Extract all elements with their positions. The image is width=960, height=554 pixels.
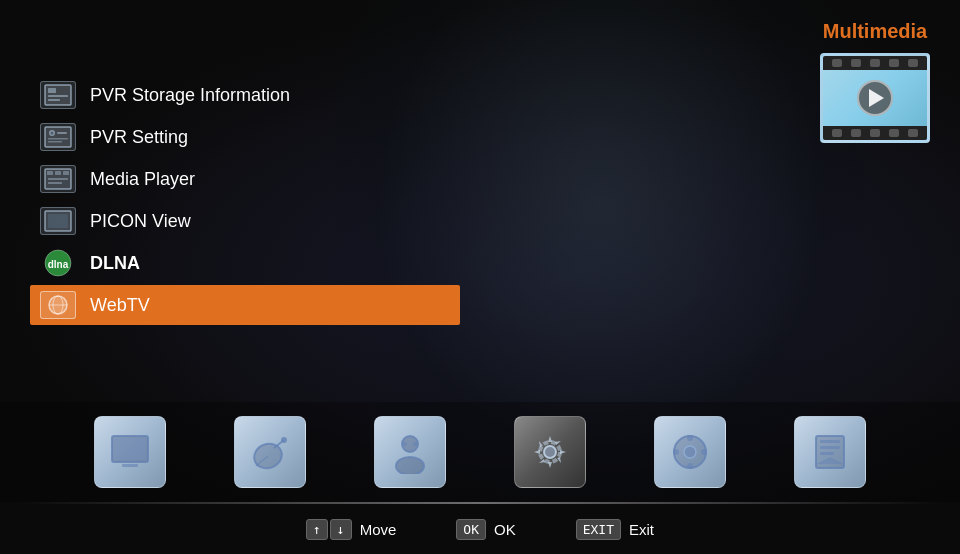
svg-rect-15 bbox=[48, 182, 62, 184]
bottom-bar: ↑ ↓ Move OK OK EXIT Exit bbox=[0, 504, 960, 554]
menu-item-webtv[interactable]: WebTV bbox=[30, 285, 460, 325]
menu-item-pvr-storage[interactable]: PVR Storage Information bbox=[30, 75, 460, 115]
svg-rect-14 bbox=[48, 178, 68, 180]
menu-item-picon-view-label: PICON View bbox=[90, 211, 191, 232]
svg-point-39 bbox=[687, 463, 693, 469]
play-triangle-icon bbox=[869, 89, 884, 107]
svg-rect-4 bbox=[45, 127, 71, 147]
pvr-setting-icon bbox=[40, 123, 76, 151]
dlna-icon: dlna bbox=[40, 249, 76, 277]
film-strip-bottom bbox=[823, 126, 927, 140]
svg-rect-25 bbox=[114, 438, 146, 460]
menu-item-pvr-setting[interactable]: PVR Setting bbox=[30, 117, 460, 157]
svg-rect-9 bbox=[48, 141, 62, 143]
svg-rect-13 bbox=[63, 171, 69, 175]
svg-rect-45 bbox=[820, 452, 834, 455]
bookmark-icon-button[interactable] bbox=[794, 416, 866, 488]
svg-rect-2 bbox=[48, 95, 68, 97]
exit-key-icon: EXIT bbox=[576, 519, 621, 540]
user-icon-button[interactable] bbox=[374, 416, 446, 488]
exit-label: Exit bbox=[629, 521, 654, 538]
svg-rect-8 bbox=[48, 138, 68, 140]
svg-rect-1 bbox=[48, 88, 56, 93]
menu-item-webtv-label: WebTV bbox=[90, 295, 150, 316]
menu-item-dlna-label: DLNA bbox=[90, 253, 140, 274]
svg-point-41 bbox=[701, 449, 707, 455]
svg-rect-43 bbox=[820, 440, 840, 443]
tv-icon-button[interactable] bbox=[94, 416, 166, 488]
svg-point-40 bbox=[673, 449, 679, 455]
settings-icon-button[interactable] bbox=[514, 416, 586, 488]
menu-item-dlna[interactable]: dlna DLNA bbox=[30, 243, 460, 283]
menu-item-pvr-setting-label: PVR Setting bbox=[90, 127, 188, 148]
svg-point-32 bbox=[403, 442, 407, 446]
multimedia-panel: Multimedia bbox=[820, 20, 930, 143]
menu-list: PVR Storage Information PVR Setting bbox=[30, 20, 460, 392]
webtv-icon bbox=[40, 291, 76, 319]
menu-item-media-player-label: Media Player bbox=[90, 169, 195, 190]
media-icon-button[interactable] bbox=[654, 416, 726, 488]
svg-text:dlna: dlna bbox=[48, 259, 69, 270]
up-key-icon: ↑ bbox=[306, 519, 328, 540]
media-preview bbox=[820, 53, 930, 143]
film-strip-top bbox=[823, 56, 927, 70]
svg-rect-11 bbox=[47, 171, 53, 175]
ok-hint: OK OK bbox=[456, 519, 515, 540]
menu-item-picon-view[interactable]: PICON View bbox=[30, 201, 460, 241]
menu-item-pvr-storage-label: PVR Storage Information bbox=[90, 85, 290, 106]
ok-key-icon: OK bbox=[456, 519, 486, 540]
picon-view-icon bbox=[40, 207, 76, 235]
svg-rect-7 bbox=[57, 132, 67, 134]
menu-item-media-player[interactable]: Media Player bbox=[30, 159, 460, 199]
media-player-icon bbox=[40, 165, 76, 193]
exit-hint: EXIT Exit bbox=[576, 519, 654, 540]
down-key-icon: ↓ bbox=[330, 519, 352, 540]
bottom-icon-bar bbox=[0, 402, 960, 502]
svg-point-37 bbox=[684, 446, 696, 458]
svg-point-28 bbox=[281, 437, 287, 443]
multimedia-label: Multimedia bbox=[823, 20, 927, 43]
satellite-icon-button[interactable] bbox=[234, 416, 306, 488]
svg-point-31 bbox=[396, 457, 424, 474]
svg-rect-12 bbox=[55, 171, 61, 175]
move-keys: ↑ ↓ bbox=[306, 519, 352, 540]
svg-point-33 bbox=[413, 442, 417, 446]
svg-rect-24 bbox=[122, 464, 138, 467]
svg-rect-44 bbox=[820, 446, 840, 449]
move-hint: ↑ ↓ Move bbox=[306, 519, 396, 540]
play-button[interactable] bbox=[857, 80, 893, 116]
ok-label: OK bbox=[494, 521, 516, 538]
svg-point-34 bbox=[544, 446, 556, 458]
move-label: Move bbox=[360, 521, 397, 538]
svg-point-38 bbox=[687, 435, 693, 441]
svg-point-6 bbox=[51, 132, 54, 135]
svg-rect-3 bbox=[48, 99, 60, 101]
svg-rect-17 bbox=[48, 214, 68, 228]
pvr-storage-icon bbox=[40, 81, 76, 109]
